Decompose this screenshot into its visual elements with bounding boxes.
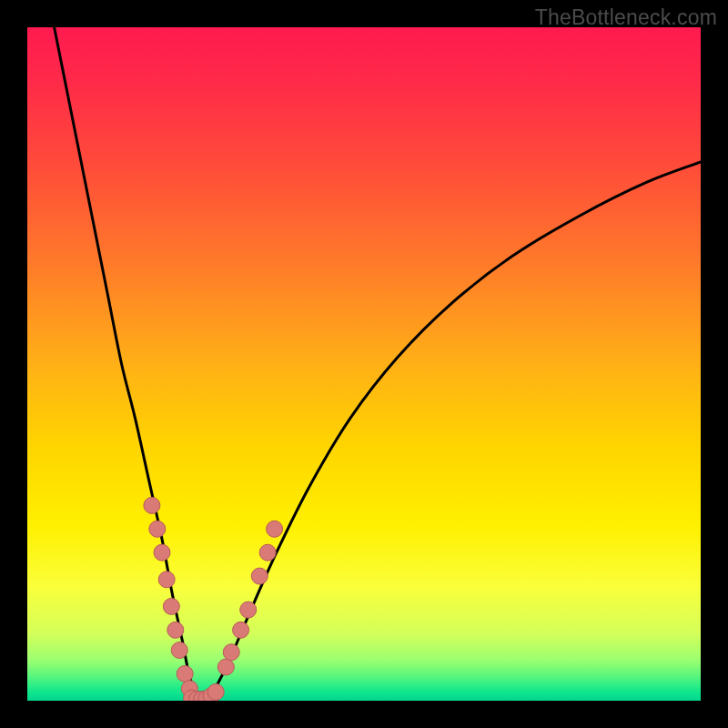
data-marker bbox=[217, 659, 234, 675]
chart-svg bbox=[27, 27, 701, 701]
data-marker bbox=[233, 622, 249, 638]
data-marker bbox=[149, 521, 166, 537]
data-marker bbox=[167, 622, 184, 638]
data-markers bbox=[144, 497, 283, 701]
plot-area bbox=[27, 27, 701, 701]
data-marker bbox=[223, 644, 239, 661]
data-marker bbox=[259, 544, 276, 561]
data-marker bbox=[207, 683, 224, 700]
data-marker bbox=[267, 521, 283, 537]
data-marker bbox=[177, 665, 193, 682]
data-marker bbox=[171, 642, 187, 659]
watermark-text: TheBottleneck.com bbox=[535, 5, 717, 30]
data-marker bbox=[158, 571, 175, 588]
data-marker bbox=[144, 497, 160, 513]
data-marker bbox=[154, 544, 170, 561]
data-marker bbox=[251, 568, 268, 584]
outer-frame: TheBottleneck.com bbox=[0, 0, 728, 728]
data-marker bbox=[163, 598, 179, 614]
data-marker bbox=[240, 602, 257, 618]
bottleneck-curve bbox=[55, 27, 701, 701]
